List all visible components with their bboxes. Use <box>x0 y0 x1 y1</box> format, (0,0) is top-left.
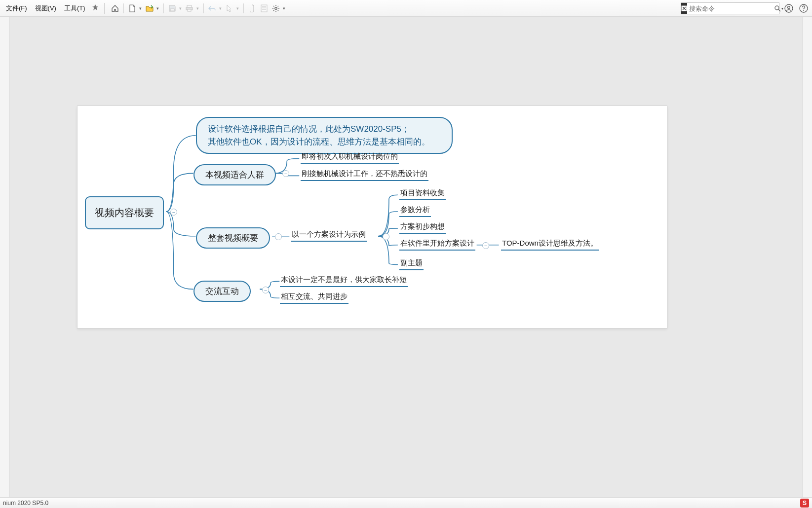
expand-toggle[interactable]: − <box>170 209 177 216</box>
leaf-comm-1[interactable]: 本设计一定不是最好，供大家取长补短 <box>280 275 408 287</box>
account-icon[interactable] <box>783 3 794 14</box>
leaf-comm-2[interactable]: 相互交流、共同进步 <box>280 292 348 304</box>
workspace: 视频内容概要 − 设计软件选择根据自己的情况，此处为SW2020-SP5； 其他… <box>0 17 812 497</box>
expand-toggle[interactable]: − <box>282 170 289 177</box>
svg-line-11 <box>778 9 780 11</box>
menu-view[interactable]: 视图(V) <box>31 2 60 15</box>
mindmap-root[interactable]: 视频内容概要 <box>85 196 164 229</box>
expand-toggle[interactable]: − <box>383 233 389 240</box>
menu-tools[interactable]: 工具(T) <box>60 2 89 15</box>
svg-point-13 <box>788 6 790 9</box>
text-menu-group: 文件(F) 视图(V) 工具(T) <box>2 2 101 15</box>
home-icon[interactable] <box>110 3 120 14</box>
menu-file[interactable]: 文件(F) <box>2 2 31 15</box>
undo-button[interactable]: ▾ <box>207 3 223 14</box>
svg-point-8 <box>274 7 276 9</box>
leaf-ov-1[interactable]: 项目资料收集 <box>399 188 446 200</box>
leaf-ov-4-detail[interactable]: TOP-Down设计思维及方法。 <box>501 239 599 251</box>
left-gutter <box>0 17 10 497</box>
separator <box>104 3 105 14</box>
separator <box>123 3 124 13</box>
mindmap-note-node[interactable]: 设计软件选择根据自己的情况，此处为SW2020-SP5； 其他软件也OK，因为设… <box>196 117 453 154</box>
svg-rect-4 <box>261 5 267 12</box>
command-search[interactable]: ▾ <box>681 2 779 14</box>
menubar: 文件(F) 视图(V) 工具(T) ▾ ▾ ▾ ▾ <box>0 0 812 17</box>
search-icon[interactable]: ▾ <box>774 3 783 14</box>
right-gutter <box>802 17 812 497</box>
separator <box>203 3 204 13</box>
search-input[interactable] <box>687 5 774 12</box>
branch-communication[interactable]: 交流互动 <box>193 281 251 302</box>
gear-icon[interactable] <box>271 3 281 14</box>
chevron-down-icon[interactable]: ▾ <box>178 6 183 11</box>
help-icon[interactable] <box>798 3 809 14</box>
expand-toggle[interactable]: − <box>275 233 282 240</box>
chevron-down-icon[interactable]: ▾ <box>195 6 200 11</box>
separator <box>243 3 244 13</box>
svg-rect-1 <box>187 5 192 7</box>
note-line2: 其他软件也OK，因为设计的流程、思维方法是基本相同的。 <box>208 136 441 148</box>
svg-rect-0 <box>170 9 174 11</box>
svg-point-10 <box>775 6 779 10</box>
open-document-button[interactable]: ▾ <box>144 3 160 14</box>
pin-icon[interactable] <box>89 2 101 14</box>
chevron-down-icon[interactable]: ▾ <box>138 6 143 11</box>
svg-point-15 <box>803 10 804 11</box>
branch-audience[interactable]: 本视频适合人群 <box>193 164 276 185</box>
toolbar-right: ▾ <box>681 0 809 17</box>
new-document-button[interactable]: ▾ <box>127 3 143 14</box>
attachment-icon[interactable] <box>247 3 258 14</box>
status-text: nium 2020 SP5.0 <box>3 500 48 507</box>
statusbar: nium 2020 SP5.0 S <box>0 497 812 508</box>
note-line1: 设计软件选择根据自己的情况，此处为SW2020-SP5； <box>208 123 441 136</box>
separator <box>163 3 164 13</box>
search-mode-icon[interactable] <box>681 3 687 14</box>
mindmap-canvas[interactable]: 视频内容概要 − 设计软件选择根据自己的情况，此处为SW2020-SP5； 其他… <box>77 106 667 328</box>
svg-rect-3 <box>188 9 191 11</box>
chevron-down-icon[interactable]: ▾ <box>155 6 160 11</box>
form-icon[interactable] <box>259 3 270 14</box>
expand-toggle[interactable]: − <box>482 242 489 249</box>
save-button[interactable]: ▾ <box>167 3 183 14</box>
leaf-ov-4[interactable]: 在软件里开始方案设计 <box>399 239 475 251</box>
print-button[interactable]: ▾ <box>184 3 200 14</box>
select-tool-button[interactable]: ▾ <box>224 3 240 14</box>
chevron-down-icon[interactable]: ▾ <box>235 6 240 11</box>
branch-overview[interactable]: 整套视频概要 <box>196 227 270 249</box>
chevron-down-icon[interactable]: ▾ <box>218 6 223 11</box>
leaf-ov-2[interactable]: 参数分析 <box>399 205 431 217</box>
leaf-audience-2[interactable]: 刚接触机械设计工作，还不熟悉设计的 <box>301 169 428 181</box>
leaf-audience-1[interactable]: 即将初次入职机械设计岗位的 <box>301 152 399 164</box>
settings-button[interactable]: ▾ <box>271 3 287 14</box>
chevron-down-icon[interactable]: ▾ <box>281 6 287 11</box>
ime-badge[interactable]: S <box>800 499 809 508</box>
leaf-overview-example[interactable]: 以一个方案设计为示例 <box>291 230 367 242</box>
expand-toggle[interactable]: − <box>262 287 269 293</box>
main-toolbar: ▾ ▾ ▾ ▾ ▾ ▾ <box>110 3 287 14</box>
leaf-ov-3[interactable]: 方案初步构想 <box>399 222 446 234</box>
leaf-ov-5[interactable]: 副主题 <box>399 258 424 270</box>
